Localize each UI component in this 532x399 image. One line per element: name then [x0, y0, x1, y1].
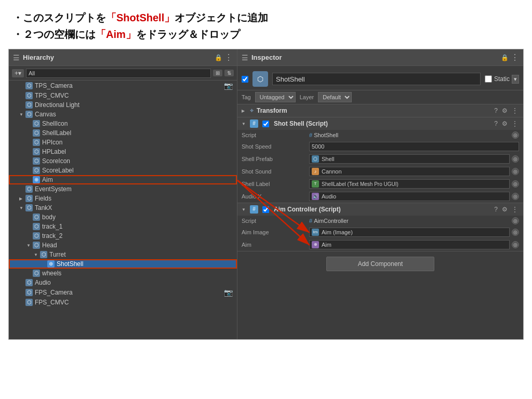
hierarchy-item-tankx[interactable]: ▼⬡TankX [9, 203, 237, 212]
hierarchy-item-icon: ⬡ [33, 139, 40, 146]
filter-button[interactable]: ⊞ [213, 70, 222, 76]
hierarchy-item-tps_cmvc[interactable]: ⬡TPS_CMVC [9, 91, 237, 100]
shot-speed-input[interactable] [309, 142, 519, 151]
hierarchy-item-hplabel[interactable]: ⬡HPLabel [9, 147, 237, 156]
ss-active-checkbox[interactable] [262, 121, 269, 127]
static-label: Static [494, 75, 510, 83]
aim-field-circle[interactable]: ◎ [512, 241, 519, 248]
hierarchy-item-fps_camera[interactable]: ⬡FPS_Camera📷 [9, 287, 237, 298]
hierarchy-item-label: Canvas [35, 111, 56, 118]
aim-controller-header[interactable]: ▼ # Aim Controller (Script) ? ⚙ ⋮ [237, 203, 523, 216]
hierarchy-item-track2[interactable]: ⬡track_2 [9, 231, 237, 241]
ac-more-btn[interactable]: ⋮ [511, 206, 519, 213]
transform-help-btn[interactable]: ? [493, 107, 499, 114]
layer-select[interactable]: Default [318, 92, 352, 102]
hierarchy-item-canvas[interactable]: ▼⬡Canvas [9, 110, 237, 119]
hierarchy-item-shelllabel[interactable]: ⬡ShellLabel [9, 128, 237, 138]
ac-help-btn[interactable]: ? [493, 206, 499, 213]
hierarchy-item-fps_cmvc[interactable]: ⬡FPS_CMVC [9, 298, 237, 307]
hierarchy-item-icon: ⬡ [33, 270, 40, 277]
hierarchy-item-icon: ⬡ [25, 101, 33, 109]
hierarchy-item-eventsystem[interactable]: ⬡EventSystem [9, 184, 237, 194]
hierarchy-item-turret[interactable]: ▼⬡Turret [9, 250, 237, 259]
audio-x-circle[interactable]: ◎ [512, 193, 519, 200]
shot-sound-circle[interactable]: ◎ [512, 168, 519, 175]
script-field: # ShotShell [309, 132, 512, 138]
audio-x-text: Audio [322, 193, 336, 200]
hierarchy-item-scorelabel[interactable]: ⬡ScoreLabel [9, 166, 237, 175]
shell-prefab-circle[interactable]: ◎ [512, 155, 519, 163]
hierarchy-items: ⬡TPS_Camera📷⬡TPS_CMVC⬡Directional Light▼… [9, 81, 237, 307]
shell-prefab-text: Shell [322, 156, 334, 162]
add-button[interactable]: +▾ [12, 69, 24, 77]
line2-highlight: 「Aim」 [96, 29, 136, 40]
inspector-header: ☰ Inspector 🔒 ⋮ [237, 49, 523, 66]
shot-speed-value [309, 142, 519, 151]
ss-title: Shot Shell (Script) [274, 120, 490, 127]
hierarchy-item-wheels[interactable]: ⬡wheels [9, 269, 237, 278]
script-circle-btn[interactable]: ◎ [512, 131, 519, 139]
hierarchy-item-icon: ⬡ [33, 242, 40, 249]
inspector-menu-icon: ☰ [242, 54, 248, 62]
aim-image-row: Aim Image Im Aim (Image) ◎ [237, 226, 523, 238]
hierarchy-item-dir_light[interactable]: ⬡Directional Light [9, 100, 237, 110]
hierarchy-scroll-area: ⬡TPS_Camera📷⬡TPS_CMVC⬡Directional Light▼… [9, 81, 237, 339]
ss-more-btn[interactable]: ⋮ [511, 120, 519, 127]
hierarchy-item-body[interactable]: ⬡body [9, 212, 237, 222]
layer-label: Layer [300, 94, 314, 100]
hierarchy-item-label: Fields [35, 195, 51, 202]
transform-more-btn[interactable]: ⋮ [511, 107, 519, 114]
add-component-button[interactable]: Add Component [326, 257, 435, 271]
obj-name-input[interactable] [272, 73, 481, 85]
tag-select[interactable]: Untagged [255, 92, 296, 102]
obj-icon: ⬡ [252, 71, 268, 87]
sort-button[interactable]: ⇅ [224, 70, 234, 76]
hierarchy-item-icon: ⬡ [33, 232, 40, 240]
inspector-obj-header: ⬡ Static ▾ [237, 68, 523, 90]
ac-script-field: # AimController [309, 218, 512, 224]
static-dropdown[interactable]: ▾ [512, 75, 519, 84]
tree-triangle: ▼ [19, 112, 24, 117]
hierarchy-item-aim[interactable]: ⊕Aim [9, 175, 237, 184]
hierarchy-menu-icon: ☰ [13, 54, 20, 62]
hierarchy-item-label: ShellIcon [42, 120, 68, 127]
obj-active-checkbox[interactable] [242, 76, 248, 83]
hierarchy-item-label: wheels [42, 270, 61, 277]
hierarchy-item-head[interactable]: ▼⬡Head [9, 241, 237, 250]
hierarchy-item-hpicon[interactable]: ⬡HPIcon [9, 138, 237, 147]
audio-x-value: 🔊 Audio ◎ [309, 192, 519, 201]
hierarchy-item-label: HPLabel [42, 148, 66, 155]
transform-header[interactable]: ▶ ⌖ Transform ? ⚙ ⋮ [237, 104, 523, 117]
transform-component: ▶ ⌖ Transform ? ⚙ ⋮ [237, 104, 523, 117]
search-input[interactable] [26, 69, 211, 78]
hierarchy-item-tps_camera[interactable]: ⬡TPS_Camera📷 [9, 81, 237, 91]
inspector-title: Inspector [251, 54, 498, 61]
editor-container: ☰ Hierarchy 🔒 ⋮ +▾ ⊞ ⇅ ⬡TPS_Camera📷⬡TPS_… [8, 49, 524, 340]
transform-settings-btn[interactable]: ⚙ [501, 107, 509, 114]
hierarchy-item-fields[interactable]: ▶⬡Fields [9, 194, 237, 203]
hierarchy-item-label: track_1 [42, 223, 62, 230]
hierarchy-item-shellicon[interactable]: ⬡ShellIcon [9, 119, 237, 128]
tree-triangle: ▼ [34, 252, 39, 257]
hierarchy-item-icon: ⬡ [25, 279, 33, 286]
hierarchy-item-label: ShellLabel [42, 129, 71, 137]
hierarchy-item-scoreicon[interactable]: ⬡ScoreIcon [9, 156, 237, 166]
static-checkbox[interactable] [485, 75, 492, 83]
ss-settings-btn[interactable]: ⚙ [501, 120, 509, 127]
aim-image-circle[interactable]: ◎ [512, 229, 519, 236]
hierarchy-item-audio[interactable]: ⬡Audio [9, 278, 237, 287]
line2-suffix: をドラッグ＆ドロップ [136, 29, 240, 40]
instruction-line1: ・このスクリプトを「ShotShell」オブジェクトに追加 [12, 9, 520, 26]
lock-icon: 🔒 [215, 54, 222, 61]
line1-highlight: 「ShotShell」 [106, 12, 175, 23]
hierarchy-item-track1[interactable]: ⬡track_1 [9, 222, 237, 231]
shell-label-circle[interactable]: ◎ [512, 180, 519, 188]
ac-script-circle[interactable]: ◎ [512, 217, 519, 224]
hierarchy-item-label: HPIcon [42, 139, 62, 146]
hierarchy-item-shotshell[interactable]: ⊕ShotShell [9, 259, 237, 269]
shell-prefab-label: Shell Prefab [242, 156, 309, 162]
ac-active-checkbox[interactable] [262, 206, 269, 213]
shot-shell-header[interactable]: ▼ # Shot Shell (Script) ? ⚙ ⋮ [237, 117, 523, 130]
ss-help-btn[interactable]: ? [493, 120, 499, 127]
ac-settings-btn[interactable]: ⚙ [501, 206, 509, 213]
